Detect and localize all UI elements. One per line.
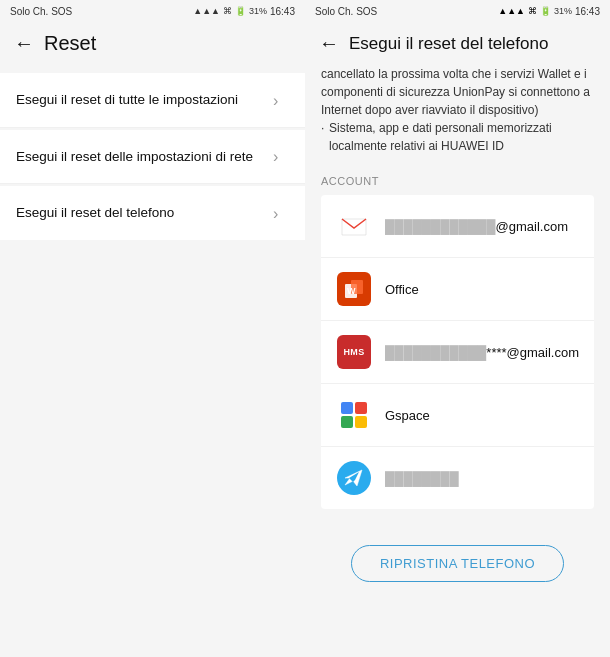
account-item-gmail: ████████████@gmail.com [321,195,594,258]
right-page-title: Esegui il reset del telefono [349,34,548,54]
ripristina-button[interactable]: RIPRISTINA TELEFONO [351,545,564,582]
svg-text:W: W [347,286,356,296]
left-panel: Solo Ch. SOS ▲▲▲ ⌘ 🔋 31% 16:43 ← Reset E… [0,0,305,657]
office-account-text: Office [385,282,578,297]
left-status-right: ▲▲▲ ⌘ 🔋 31% 16:43 [193,6,295,17]
account-section: ACCOUNT [305,167,610,513]
account-list: ████████████@gmail.com W Office [321,195,594,509]
hms-account-text: ███████████****@gmail.com [385,345,579,360]
telegram-account-text: ████████ [385,471,578,486]
menu-item-network-settings-label: Esegui il reset delle impostazioni di re… [16,148,273,166]
right-status-right: ▲▲▲ ⌘ 🔋 31% 16:43 [498,6,600,17]
right-carrier: Solo Ch. SOS [315,6,377,17]
hms-icon: HMS [337,335,371,369]
svg-rect-8 [341,416,353,428]
account-item-hms: HMS ███████████****@gmail.com [321,321,594,384]
gspace-icon [337,398,371,432]
battery-icon: 🔋 [235,6,246,16]
right-wifi-icon: ⌘ [528,6,537,16]
right-battery: 31% [554,6,572,16]
gmail-account-text: ████████████@gmail.com [385,219,578,234]
svg-rect-7 [355,402,367,414]
account-item-gspace: Gspace [321,384,594,447]
svg-rect-6 [341,402,353,414]
reset-button-container: RIPRISTINA TELEFONO [305,513,610,614]
chevron-right-icon-3: › [273,205,289,221]
telegram-icon [337,461,371,495]
menu-item-network-settings[interactable]: Esegui il reset delle impostazioni di re… [0,130,305,185]
office-icon: W [337,272,371,306]
left-header: ← Reset [0,22,305,65]
hms-icon-label: HMS [344,347,365,357]
left-status-bar: Solo Ch. SOS ▲▲▲ ⌘ 🔋 31% 16:43 [0,0,305,22]
info-text-block: cancellato la prossima volta che i servi… [305,65,610,167]
left-carrier: Solo Ch. SOS [10,6,72,17]
wifi-icon: ⌘ [223,6,232,16]
right-back-button[interactable]: ← [319,32,339,55]
gspace-account-text: Gspace [385,408,578,423]
left-page-title: Reset [44,32,96,55]
left-menu: Esegui il reset di tutte le impostazioni… [0,65,305,248]
info-text-main: cancellato la prossima volta che i servi… [321,67,590,117]
menu-item-phone-reset-label: Esegui il reset del telefono [16,204,273,222]
menu-item-all-settings[interactable]: Esegui il reset di tutte le impostazioni… [0,73,305,128]
menu-item-phone-reset[interactable]: Esegui il reset del telefono › [0,186,305,240]
right-content: cancellato la prossima volta che i servi… [305,65,610,657]
chevron-right-icon-2: › [273,148,289,164]
menu-item-all-settings-label: Esegui il reset di tutte le impostazioni [16,91,273,109]
right-status-bar: Solo Ch. SOS ▲▲▲ ⌘ 🔋 31% 16:43 [305,0,610,22]
left-time: 16:43 [270,6,295,17]
right-time: 16:43 [575,6,600,17]
right-panel: Solo Ch. SOS ▲▲▲ ⌘ 🔋 31% 16:43 ← Esegui … [305,0,610,657]
left-back-button[interactable]: ← [14,32,34,55]
account-item-office: W Office [321,258,594,321]
info-bullet: Sistema, app e dati personali memorizzat… [321,119,594,155]
svg-rect-9 [355,416,367,428]
account-item-telegram: ████████ [321,447,594,509]
chevron-right-icon: › [273,92,289,108]
signal-icon: ▲▲▲ [193,6,220,16]
right-signal-icon: ▲▲▲ [498,6,525,16]
gmail-icon [337,209,371,243]
account-section-label: ACCOUNT [321,175,594,187]
right-header: ← Esegui il reset del telefono [305,22,610,65]
left-battery: 31% [249,6,267,16]
right-battery-icon: 🔋 [540,6,551,16]
